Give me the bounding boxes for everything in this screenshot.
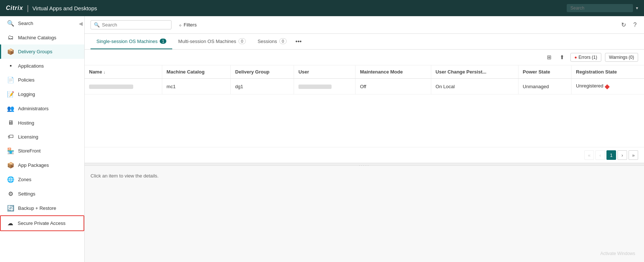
sidebar-item-applications[interactable]: ▪ Applications bbox=[0, 59, 84, 73]
registration-error-icon: ◆ bbox=[605, 83, 610, 90]
table-toolbar: ⊞ ⬆ ● Errors (1) Warnings (0) bbox=[85, 50, 644, 65]
sidebar-item-licensing[interactable]: 🏷 Licensing bbox=[0, 130, 84, 144]
errors-button[interactable]: ● Errors (1) bbox=[570, 53, 601, 62]
col-maintenance-mode[interactable]: Maintenance Mode bbox=[355, 65, 431, 79]
help-button[interactable]: ? bbox=[632, 20, 638, 30]
sidebar-item-label: Applications bbox=[18, 63, 44, 69]
sidebar-item-label: Logging bbox=[18, 91, 35, 97]
delivery-group-value: dg1 bbox=[235, 84, 243, 89]
settings-icon: ⚙ bbox=[7, 190, 14, 197]
user-blurred bbox=[298, 85, 332, 89]
tab-more-button[interactable]: ••• bbox=[293, 34, 305, 49]
app-packages-icon: 📦 bbox=[7, 162, 14, 169]
tab-sessions[interactable]: Sessions 0 bbox=[252, 34, 293, 49]
pagination-first[interactable]: « bbox=[584, 150, 594, 160]
tab-single-session-label: Single-session OS Machines bbox=[96, 39, 158, 44]
pagination-prev[interactable]: ‹ bbox=[595, 150, 605, 160]
sidebar-item-storefront[interactable]: 🏪 StoreFront bbox=[0, 144, 84, 158]
pagination-next[interactable]: › bbox=[618, 150, 627, 160]
applications-icon: ▪ bbox=[7, 62, 14, 69]
sidebar-item-app-packages[interactable]: 📦 App Packages bbox=[0, 158, 84, 172]
tab-single-session[interactable]: Single-session OS Machines 1 bbox=[91, 34, 172, 49]
tab-sessions-label: Sessions bbox=[258, 39, 277, 44]
col-maintenance-mode-label: Maintenance Mode bbox=[360, 69, 403, 75]
content-topbar: 🔍 ⬦ Filters ↻ ? bbox=[85, 16, 644, 34]
pagination-last[interactable]: » bbox=[629, 150, 638, 160]
administrators-icon: 👥 bbox=[7, 105, 14, 112]
machines-table: Name ↓ Machine Catalog Delivery Group Us… bbox=[85, 65, 644, 94]
sidebar-item-zones[interactable]: 🌐 Zones bbox=[0, 172, 84, 187]
col-machine-catalog[interactable]: Machine Catalog bbox=[162, 65, 231, 79]
search-box[interactable]: 🔍 bbox=[91, 20, 171, 29]
errors-dot: ● bbox=[574, 55, 577, 60]
sidebar-item-administrators[interactable]: 👥 Administrators bbox=[0, 101, 84, 116]
sidebar-item-label: Search bbox=[18, 21, 33, 26]
sidebar-item-secure-private-access[interactable]: ☁ Secure Private Access bbox=[0, 215, 84, 231]
details-panel: Click an item to view the details. bbox=[85, 166, 644, 262]
sidebar-item-label: Licensing bbox=[18, 134, 38, 140]
tab-multi-session-badge: 0 bbox=[238, 38, 246, 44]
tab-multi-session[interactable]: Multi-session OS Machines 0 bbox=[172, 34, 252, 49]
sidebar-item-label: Zones bbox=[18, 177, 31, 182]
storefront-icon: 🏪 bbox=[7, 147, 14, 154]
cell-power-state: Unmanaged bbox=[518, 79, 572, 94]
maintenance-mode-value: Off bbox=[360, 84, 366, 89]
power-state-value: Unmanaged bbox=[523, 84, 549, 89]
col-power-state[interactable]: Power State bbox=[518, 65, 572, 79]
collapse-icon: ◀ bbox=[79, 21, 83, 26]
pagination-current[interactable]: 1 bbox=[606, 150, 616, 160]
columns-button[interactable]: ⊞ bbox=[545, 53, 554, 62]
sidebar-item-delivery-groups[interactable]: 📦 Delivery Groups bbox=[0, 44, 84, 59]
search-input[interactable] bbox=[102, 22, 168, 28]
citrix-logo: Citrix bbox=[6, 5, 23, 11]
refresh-button[interactable]: ↻ bbox=[620, 20, 627, 30]
logging-icon: 📝 bbox=[7, 91, 14, 98]
table-area: Name ↓ Machine Catalog Delivery Group Us… bbox=[85, 65, 644, 147]
col-user-change-persist[interactable]: User Change Persist... bbox=[431, 65, 518, 79]
col-delivery-group[interactable]: Delivery Group bbox=[231, 65, 294, 79]
topbar-search-input[interactable] bbox=[567, 4, 633, 12]
col-registration-state[interactable]: Registration State bbox=[572, 65, 644, 79]
sidebar-item-label: Machine Catalogs bbox=[18, 35, 56, 40]
sidebar-item-label: Hosting bbox=[18, 120, 34, 126]
tab-multi-session-label: Multi-session OS Machines bbox=[178, 39, 236, 44]
sidebar-item-machine-catalogs[interactable]: 🗂 Machine Catalogs bbox=[0, 30, 84, 44]
col-delivery-group-label: Delivery Group bbox=[235, 69, 269, 75]
filter-button[interactable]: ⬦ Filters bbox=[176, 21, 199, 29]
tab-sessions-badge: 0 bbox=[279, 38, 287, 44]
topbar-logo: Citrix | Virtual Apps and Desktops bbox=[6, 4, 97, 12]
sidebar-item-hosting[interactable]: 🖥 Hosting bbox=[0, 116, 84, 130]
delivery-groups-icon: 📦 bbox=[7, 48, 14, 55]
col-user[interactable]: User bbox=[294, 65, 355, 79]
col-name[interactable]: Name ↓ bbox=[85, 65, 162, 79]
sidebar-item-logging[interactable]: 📝 Logging bbox=[0, 87, 84, 101]
sidebar-item-policies[interactable]: 📄 Policies bbox=[0, 73, 84, 87]
sidebar-item-label: Delivery Groups bbox=[18, 49, 52, 54]
errors-label: Errors (1) bbox=[578, 55, 597, 60]
hosting-icon: 🖥 bbox=[7, 119, 14, 126]
sidebar-item-backup-restore[interactable]: 🔄 Backup + Restore bbox=[0, 201, 84, 215]
resize-handle[interactable]: ..... bbox=[85, 163, 644, 166]
main-layout: 🔍 Search ◀ 🗂 Machine Catalogs 📦 Delivery… bbox=[0, 16, 644, 262]
topbar: Citrix | Virtual Apps and Desktops ▾ bbox=[0, 0, 644, 16]
cell-machine-catalog: mc1 bbox=[162, 79, 231, 94]
topbar-chevron-icon[interactable]: ▾ bbox=[636, 6, 638, 11]
warnings-button[interactable]: Warnings (0) bbox=[605, 53, 638, 62]
registration-state-value: Unregistered bbox=[576, 83, 603, 89]
sidebar-item-label: Administrators bbox=[18, 106, 49, 111]
top-actions-right: ↻ ? bbox=[620, 20, 638, 30]
sidebar-item-search[interactable]: 🔍 Search ◀ bbox=[0, 16, 84, 30]
sidebar-item-label: App Packages bbox=[18, 162, 49, 168]
tab-single-session-badge: 1 bbox=[160, 39, 166, 44]
sidebar-item-settings[interactable]: ⚙ Settings bbox=[0, 187, 84, 201]
secure-private-access-icon: ☁ bbox=[7, 220, 14, 227]
col-registration-state-label: Registration State bbox=[576, 69, 617, 75]
col-user-label: User bbox=[298, 69, 309, 75]
cell-registration-state: Unregistered ◆ bbox=[572, 79, 644, 94]
filter-label: Filters bbox=[184, 22, 197, 28]
col-user-change-persist-label: User Change Persist... bbox=[436, 69, 486, 75]
table-row[interactable]: mc1 dg1 Off On Local bbox=[85, 79, 644, 94]
export-button[interactable]: ⬆ bbox=[558, 53, 567, 62]
search-icon: 🔍 bbox=[7, 20, 14, 27]
machine-catalogs-icon: 🗂 bbox=[7, 34, 14, 41]
